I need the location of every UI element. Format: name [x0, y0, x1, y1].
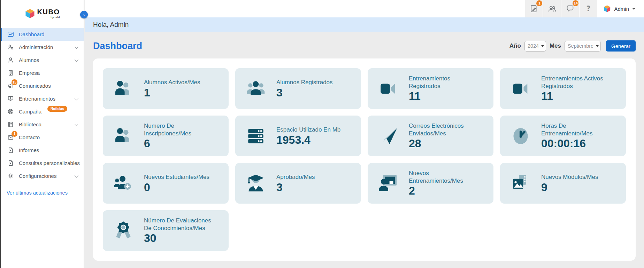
megaphone-icon: 15: [7, 82, 14, 90]
sidebar-item-contacto[interactable]: 1 Contacto: [1, 131, 84, 144]
sidebar-item-biblioteca[interactable]: Biblioteca: [1, 118, 84, 131]
sidebar-item-consultas[interactable]: Consultas personalizables: [1, 157, 84, 170]
caret-down-icon: [541, 45, 544, 47]
month-select[interactable]: Septiembre: [565, 41, 601, 52]
users-button[interactable]: [543, 0, 561, 17]
sidebar-item-label: Alumnos: [19, 57, 39, 63]
stat-label: Correos Electrónicos Enviados/Mes: [409, 122, 477, 137]
year-label: Año: [509, 42, 521, 49]
gear-icon: [7, 172, 14, 180]
file-icon: [7, 147, 14, 154]
stat-card-correos: Correos Electrónicos Enviados/Mes 28: [368, 116, 493, 156]
year-select[interactable]: 2024: [524, 41, 546, 52]
stat-value: 6: [144, 138, 213, 150]
filters: Año 2024 Mes Septiembre Generar: [509, 40, 636, 52]
stat-card-nuevos-entrenamientos: Nuevos Entrenamientos/Mes 2: [368, 163, 493, 204]
stat-label: Entrenamientos Registrados: [409, 75, 477, 90]
sidebar-item-alumnos[interactable]: Alumnos: [1, 54, 84, 66]
stat-value: 28: [409, 138, 477, 150]
stat-card-evaluaciones: Número De Evaluaciones De Conocimientos/…: [103, 210, 229, 251]
sidebar-item-label: Comunicados: [19, 83, 51, 89]
sidebar-item-label: Informes: [19, 147, 39, 153]
users-two-icon: [103, 126, 144, 146]
chevron-down-icon: [75, 122, 78, 126]
main-area: 1 14 ? Admin Hola, Admin Dashboard Año: [85, 0, 644, 261]
notes-badge: 1: [536, 0, 542, 6]
stat-value: 11: [541, 90, 610, 102]
stat-label: Alumnos Registrados: [276, 79, 345, 86]
sidebar-item-label: Contacto: [19, 134, 40, 140]
updates-link[interactable]: Ver últimas actualizaciones: [7, 190, 84, 196]
cube-logo-icon: [25, 8, 35, 19]
sidebar-item-informes[interactable]: Informes: [1, 144, 84, 157]
admin-menu[interactable]: Admin: [597, 0, 644, 17]
month-label: Mes: [550, 42, 561, 49]
chart-line-icon: [7, 31, 14, 38]
admin-label: Admin: [614, 6, 629, 12]
graduate-icon: [235, 173, 276, 194]
clock-icon: [500, 126, 541, 146]
stat-card-entrenamientos-activos: Entrenamientos Activos Registrados 11: [500, 68, 626, 109]
generate-button[interactable]: Generar: [606, 40, 636, 52]
stat-label: Número De Evaluaciones De Conocimientos/…: [144, 217, 213, 232]
admin-users-icon: [7, 44, 14, 51]
kubo-logo: KUBO by ndd: [1, 0, 84, 28]
stat-label: Entrenamientos Activos Registrados: [541, 75, 610, 90]
stat-label: Aprobado/Mes: [276, 173, 345, 181]
paper-plane-icon: [368, 126, 409, 146]
target-icon: [7, 108, 14, 116]
topbar: 1 14 ? Admin: [85, 0, 644, 17]
sidebar-collapse-button[interactable]: ‹: [80, 11, 88, 18]
chat-bubble-icon: [566, 5, 574, 13]
sidebar-item-empresa[interactable]: Empresa: [1, 66, 84, 79]
sidebar-item-comunicados[interactable]: 15 Comunicados: [1, 79, 84, 92]
stat-label: Horas De Entrenamiento/Mes: [541, 122, 610, 137]
content: Dashboard Año 2024 Mes Septiembre Genera…: [85, 40, 644, 261]
stat-value: 11: [409, 90, 477, 102]
sidebar-item-label: Empresa: [19, 70, 40, 76]
sidebar-item-administracion[interactable]: Administración: [1, 41, 84, 54]
monitor-icon: [7, 95, 14, 103]
stat-card-nuevos-modulos: Nuevos Módulos/Mes 9: [500, 163, 626, 204]
caret-down-icon: [632, 8, 636, 10]
stat-card-horas: Horas De Entrenamiento/Mes 00:00:16: [500, 116, 626, 156]
medal-icon: [103, 221, 144, 241]
sidebar-item-campana[interactable]: Campaña Noticias: [1, 105, 84, 118]
media-icon: [500, 173, 541, 194]
chevron-down-icon: [75, 173, 78, 177]
building-icon: [7, 69, 14, 77]
chevron-down-icon: [75, 96, 78, 100]
sidebar-item-label: Consultas personalizables: [19, 160, 80, 166]
stats-panel: Alumnos Activos/Mes 1 Alumnos Registrado…: [93, 58, 636, 261]
contacto-badge: 1: [12, 131, 17, 137]
stat-card-entrenamientos-registrados: Entrenamientos Registrados 11: [368, 68, 493, 109]
month-value: Septiembre: [568, 43, 593, 49]
user-icon: [7, 56, 14, 64]
sidebar-item-configuraciones[interactable]: Configuraciones: [1, 170, 84, 182]
document-edit-icon: [530, 5, 538, 13]
stat-card-aprobado: Aprobado/Mes 3: [235, 163, 361, 204]
notes-button[interactable]: 1: [525, 0, 543, 17]
sidebar-item-label: Dashboard: [19, 31, 44, 37]
cube-logo-icon: [603, 5, 611, 13]
video-camera-icon: [368, 79, 409, 99]
book-icon: [7, 121, 14, 128]
sidebar-item-label: Entrenamientos: [19, 96, 55, 102]
stat-value: 00:00:16: [541, 138, 610, 150]
stat-label: Nuevos Entrenamientos/Mes: [409, 170, 477, 185]
instructor-icon: [368, 173, 409, 194]
stat-label: Nuevos Módulos/Mes: [541, 173, 610, 181]
sidebar-item-dashboard[interactable]: Dashboard: [1, 28, 84, 41]
stat-value: 3: [276, 182, 345, 194]
help-button[interactable]: ?: [580, 0, 597, 17]
chevron-down-icon: [75, 57, 78, 61]
comunicados-badge: 15: [12, 79, 17, 85]
stat-value: 2: [409, 185, 477, 197]
stat-label: Espacio Utilizado En Mb: [276, 126, 345, 134]
messages-button[interactable]: 14: [561, 0, 579, 17]
brand-byline: by ndd: [51, 16, 60, 19]
sidebar-item-entrenamientos[interactable]: Entrenamientos: [1, 92, 84, 105]
stat-label: Numero De Inscripciones/Mes: [144, 122, 213, 137]
users-two-icon: [103, 79, 144, 99]
video-camera-icon: [500, 79, 541, 99]
